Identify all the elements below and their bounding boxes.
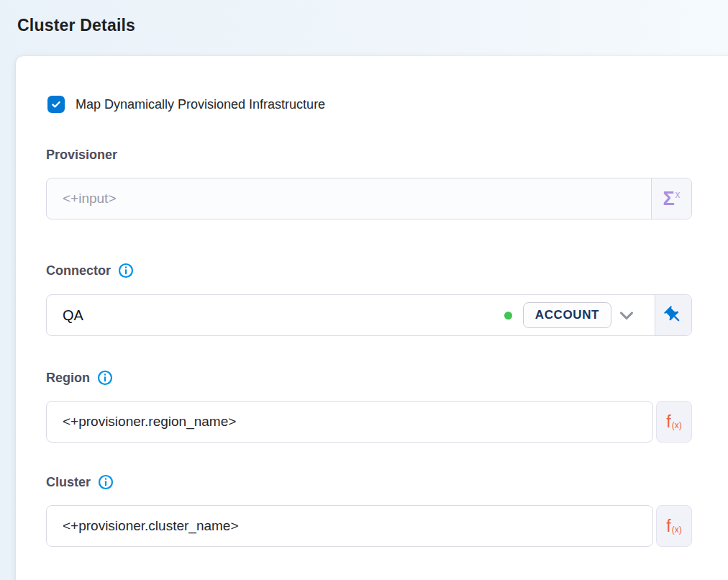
provisioner-field: Σx [46, 178, 692, 219]
region-input[interactable] [46, 401, 653, 443]
fx-glyph: f [666, 414, 670, 430]
provisioner-input [47, 178, 651, 219]
chevron-down-icon[interactable] [616, 304, 637, 326]
cluster-label: Cluster [46, 474, 114, 490]
provisioner-label-text: Provisioner [46, 148, 117, 163]
cluster-label-text: Cluster [46, 475, 91, 490]
cluster-field-row: f(x) [46, 505, 692, 547]
sigma-glyph: Σ [663, 189, 674, 209]
map-dynamic-infra-checkbox-row[interactable]: Map Dynamically Provisioned Infrastructu… [47, 96, 325, 113]
info-icon[interactable] [98, 474, 114, 490]
region-field-row: f(x) [46, 401, 692, 443]
connector-label-text: Connector [46, 263, 111, 278]
expression-fx-button[interactable]: f(x) [656, 505, 692, 547]
connector-field-right: ACCOUNT [504, 295, 655, 335]
connector-status-dot [504, 312, 512, 320]
checkbox-checked[interactable] [47, 96, 65, 113]
provisioner-label: Provisioner [46, 148, 117, 163]
connector-field[interactable]: ACCOUNT [46, 294, 692, 336]
connector-input[interactable] [47, 295, 504, 335]
fx-glyph: f [666, 518, 670, 535]
region-label-text: Region [46, 371, 90, 386]
check-icon [50, 99, 62, 110]
info-icon[interactable] [97, 370, 113, 386]
connector-label: Connector [46, 263, 134, 278]
info-icon[interactable] [118, 263, 134, 278]
region-label: Region [46, 370, 113, 386]
cluster-input[interactable] [46, 505, 653, 547]
sigma-sup-glyph: x [675, 189, 681, 199]
page-title: Cluster Details [17, 16, 135, 35]
fx-sub-glyph: (x) [672, 421, 682, 430]
pin-icon [663, 305, 683, 325]
pin-button[interactable] [655, 295, 691, 335]
checkbox-label: Map Dynamically Provisioned Infrastructu… [76, 97, 325, 112]
runtime-input-sigma-icon: Σx [651, 178, 691, 219]
fx-sub-glyph: (x) [672, 525, 682, 534]
cluster-details-card: Map Dynamically Provisioned Infrastructu… [16, 56, 728, 580]
scope-badge: ACCOUNT [523, 302, 611, 328]
expression-fx-button[interactable]: f(x) [656, 401, 692, 443]
